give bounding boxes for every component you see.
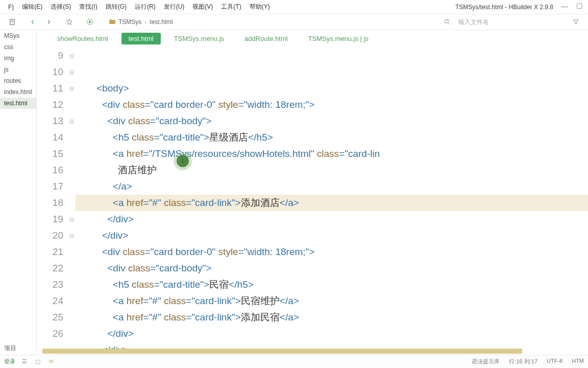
code-line[interactable]: </div>: [76, 211, 588, 227]
file-tree-item[interactable]: css: [0, 41, 36, 53]
menu-item[interactable]: 跳转(G): [102, 3, 131, 11]
run-icon[interactable]: [84, 16, 96, 28]
file-tree-item[interactable]: routes: [0, 75, 36, 86]
maximize-icon[interactable]: ☐: [576, 2, 583, 10]
breadcrumb-item[interactable]: TSMSys: [118, 18, 141, 26]
menu-item[interactable]: 选择(S): [46, 3, 75, 11]
file-tree-item[interactable]: test.html: [0, 98, 36, 109]
file-explorer: MSyscssimgjsroutesindex.htmltest.html 项目: [0, 30, 37, 355]
code-line[interactable]: <a href="#" class="card-link">添加酒店</a>: [76, 195, 588, 211]
menu-item[interactable]: 编辑(E): [18, 3, 46, 11]
window-controls: — ☐: [561, 2, 583, 10]
toolbar: TSMSys › test.html: [0, 14, 588, 30]
folder-icon: [106, 16, 118, 28]
encoding-label[interactable]: UTF-8: [547, 358, 562, 365]
code-line[interactable]: <body>: [76, 80, 588, 97]
code-editor[interactable]: 91011121314151617181920212223242526 <bod…: [37, 47, 588, 355]
language-label[interactable]: HTM: [572, 358, 584, 365]
menu-item[interactable]: F): [4, 4, 18, 11]
breadcrumb-item[interactable]: test.html: [150, 18, 173, 26]
code-line[interactable]: <div class="card-body">: [76, 260, 588, 277]
code-line[interactable]: <div class="card border-0" style="width:…: [76, 97, 588, 113]
sync-icon[interactable]: ⟳: [47, 358, 55, 366]
file-tree-item[interactable]: MSys: [0, 30, 36, 41]
code-line[interactable]: <h5 class="card-title">星级酒店</h5>: [76, 129, 588, 146]
menu-item[interactable]: 查找(I): [75, 3, 101, 11]
new-file-icon[interactable]: [6, 16, 18, 28]
minimize-icon[interactable]: —: [561, 2, 568, 10]
file-search-input[interactable]: [455, 17, 557, 27]
code-line[interactable]: 酒店维护: [76, 162, 588, 178]
forward-icon[interactable]: [43, 16, 55, 28]
menu-item[interactable]: 视图(V): [188, 3, 217, 11]
code-line[interactable]: <a href="#" class="card-link">添加民宿</a>: [76, 309, 588, 326]
filter-icon[interactable]: [570, 16, 582, 28]
menu-item[interactable]: 工具(T): [217, 3, 245, 11]
code-line[interactable]: <a href="/TSMSys/resources/showHotels.ht…: [76, 146, 588, 162]
statusbar: 登录 ☰ ▢ ⟳ 语法提示库 行:16 列:17 UTF-8 HTM: [0, 355, 588, 368]
back-icon[interactable]: [27, 16, 39, 28]
file-tree-item[interactable]: js: [0, 64, 36, 75]
editor-tab[interactable]: test.html: [121, 33, 161, 44]
star-icon[interactable]: [63, 16, 76, 28]
editor-tab[interactable]: addRoute.html: [237, 33, 295, 44]
sidebar-projects[interactable]: 项目: [0, 342, 36, 355]
code-line[interactable]: <h5 class="card-title">民宿</h5>: [76, 277, 588, 293]
chevron-right-icon: ›: [144, 18, 146, 26]
editor-tab[interactable]: showRoutes.html: [50, 33, 115, 44]
menu-item[interactable]: 发行(U): [160, 3, 189, 11]
syntax-hint-label[interactable]: 语法提示库: [472, 358, 500, 365]
editor-tab[interactable]: TSMSys.menu.js: [167, 33, 231, 44]
terminal-icon[interactable]: ▢: [34, 358, 42, 366]
code-line[interactable]: <a href="#" class="card-link">民宿维护</a>: [76, 293, 588, 309]
editor-tabs: showRoutes.htmltest.htmlTSMSys.menu.jsad…: [37, 30, 588, 47]
breadcrumb: TSMSys › test.html: [106, 16, 173, 28]
list-icon[interactable]: ☰: [20, 358, 29, 366]
code-line[interactable]: </a>: [76, 178, 588, 195]
file-tree-item[interactable]: img: [0, 53, 36, 64]
editor-tab[interactable]: TSMSys.menu.js | js: [301, 33, 376, 44]
file-tree-item[interactable]: index.html: [0, 86, 36, 98]
horizontal-scrollbar[interactable]: [37, 349, 582, 355]
window-title: TSMSys/test.html - HBuilder X 2.9.8: [455, 4, 553, 11]
menu-item[interactable]: 运行(R): [131, 3, 160, 11]
login-button[interactable]: 登录: [4, 358, 15, 365]
cursor-position: 行:16 列:17: [509, 358, 537, 365]
code-line[interactable]: </div>: [76, 227, 588, 244]
code-line[interactable]: <div class="card border-0" style="width:…: [76, 244, 588, 260]
code-line[interactable]: <div class="card-body">: [76, 113, 588, 129]
search-icon[interactable]: [441, 16, 453, 28]
menubar: F)编辑(E)选择(S)查找(I)跳转(G)运行(R)发行(U)视图(V)工具(…: [0, 0, 588, 14]
menu-item[interactable]: 帮助(Y): [246, 3, 274, 11]
code-line[interactable]: </div>: [76, 326, 588, 342]
